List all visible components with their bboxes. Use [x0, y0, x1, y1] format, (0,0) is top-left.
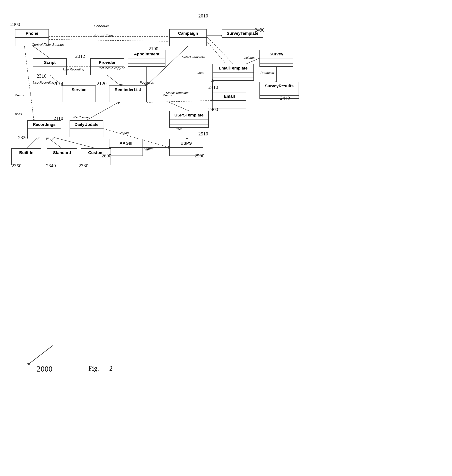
annotation-2600: 2600	[101, 153, 111, 159]
edge-includesacopy: Includes a copy of	[99, 66, 125, 70]
service-section1	[62, 94, 95, 99]
annotation-2930: 2430	[255, 27, 265, 33]
svg-line-45	[169, 102, 189, 111]
survey-title: Survey	[260, 50, 293, 59]
annotation-2010: 2010	[198, 13, 208, 19]
svg-line-20	[147, 100, 213, 102]
usps-section1	[170, 148, 203, 153]
svg-marker-48	[27, 363, 30, 365]
annotation-2310: 2310	[37, 73, 47, 79]
annotation-2340: 2340	[46, 163, 56, 169]
reminderlist-section1	[109, 94, 146, 99]
svg-line-47	[28, 346, 53, 365]
appointment-section1	[128, 59, 165, 64]
edge-uses2: uses	[197, 71, 204, 75]
surveytemplate-section1	[222, 38, 263, 43]
dailyupdate-box: DailyUpdate	[70, 120, 103, 137]
aagui-section1	[109, 148, 143, 153]
edge-reads3: Reads	[120, 131, 129, 135]
recordings-section1	[28, 129, 61, 134]
reminderlist-title: ReminderList	[109, 86, 146, 94]
script-title: Script	[33, 59, 66, 67]
email-title: Email	[213, 92, 246, 101]
annotation-2350: 2350	[12, 163, 21, 169]
email-box: Email	[213, 92, 246, 109]
annotation-2320: 2320	[18, 135, 28, 141]
emailtemplate-box: EmailTemplate	[213, 64, 254, 81]
uspsstemplate-box: USPSTemplate	[169, 111, 209, 128]
emailtemplate-section2	[213, 78, 253, 83]
edge-includes: Includes	[244, 56, 255, 60]
edge-populates: Populates	[140, 81, 154, 85]
svg-line-18	[24, 46, 34, 120]
annotation-2300: 2300	[10, 22, 20, 27]
edge-selecttemplate: Select Template	[182, 55, 205, 59]
annotation-2400: 2400	[208, 107, 218, 112]
script-section1	[33, 67, 66, 72]
edge-reads: Reads	[15, 94, 24, 97]
surveyresults-section1	[260, 90, 299, 96]
dailyupdate-section2	[70, 134, 103, 139]
edge-selecttemplate2: Select Template	[166, 91, 189, 95]
appointment-section2	[128, 64, 165, 69]
surveyresults-box: SurveyResults	[259, 82, 299, 99]
email-section1	[213, 101, 246, 106]
edge-triggers: Triggers	[142, 147, 153, 151]
annotation-2500: 2500	[195, 153, 204, 159]
annotation-2510: 2510	[198, 131, 208, 137]
uspsstemplate-section2	[170, 125, 208, 130]
annotation-2014: 2014	[53, 81, 63, 86]
edge-uses: uses	[15, 112, 22, 116]
annotation-2330: 2330	[79, 163, 88, 169]
recordings-box: Recordings	[27, 120, 61, 137]
phone-title: Phone	[15, 29, 48, 38]
annotation-2440: 2440	[280, 95, 290, 101]
phone-section1	[15, 38, 48, 43]
uspsstemplate-section1	[170, 119, 208, 125]
uspsstemplate-title: USPSTemplate	[170, 111, 208, 119]
reminderlist-box: ReminderList	[109, 85, 147, 102]
edge-recreates: Re-Creates	[73, 116, 90, 119]
builtin-section1	[12, 157, 41, 162]
standard-title: Standard	[47, 149, 77, 157]
surveyresults-section2	[260, 96, 299, 101]
standard-section1	[47, 157, 77, 162]
dailyupdate-title: DailyUpdate	[70, 121, 103, 129]
recordings-section2	[28, 134, 61, 139]
provider-title: Provider	[91, 59, 124, 67]
appointment-title: Appointment	[128, 50, 165, 59]
survey-section2	[260, 64, 293, 69]
service-section2	[62, 99, 95, 105]
survey-section1	[260, 59, 293, 64]
annotation-2110: 2110	[53, 116, 63, 121]
annotation-2100: 2100	[148, 46, 158, 52]
aagui-box: AAGui	[109, 139, 143, 156]
usps-title: USPS	[170, 139, 203, 148]
aagui-title: AAGui	[109, 139, 143, 148]
edge-produces: Produces	[260, 71, 274, 75]
diagram-container: Phone Script Provider Appointment Campai…	[0, 0, 452, 476]
surveyresults-title: SurveyResults	[260, 82, 299, 90]
annotation-2012: 2012	[75, 53, 85, 59]
appointment-box: Appointment	[128, 50, 166, 67]
edge-uses3: uses	[176, 127, 183, 131]
campaign-section2	[170, 43, 206, 48]
annotation-2410: 2410	[208, 85, 218, 90]
edge-soundfiles: Sound Files	[94, 34, 113, 38]
script-box: Script	[33, 58, 67, 75]
standard-box: Standard	[47, 148, 77, 165]
edge-userecording2: Use Recording	[33, 81, 54, 85]
builtin-title: Built-In	[12, 149, 41, 157]
dailyupdate-section1	[70, 129, 103, 134]
figure-caption: Fig. — 2	[88, 365, 113, 372]
surveytemplate-section2	[222, 43, 263, 48]
builtin-box: Built-In	[11, 148, 41, 165]
provider-section2	[91, 72, 124, 77]
service-box: Service	[62, 85, 96, 102]
svg-line-31	[86, 102, 119, 120]
svg-line-2	[49, 39, 169, 41]
campaign-title: Campaign	[170, 29, 206, 38]
edge-controlflow: Control Flow, Sounds	[32, 43, 64, 47]
campaign-box: Campaign	[169, 29, 207, 46]
figure-arrow	[19, 342, 56, 368]
